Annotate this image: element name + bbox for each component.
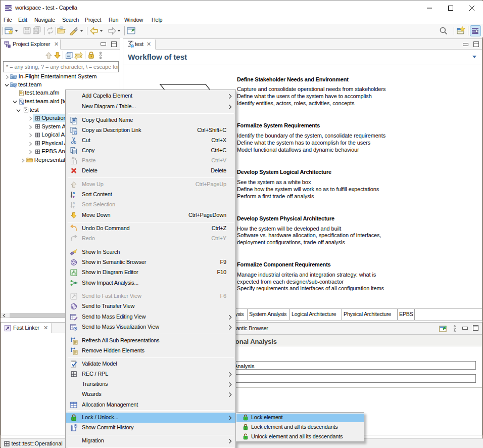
svg-text:0: 0: [131, 44, 133, 48]
svg-text:z: z: [73, 205, 75, 209]
svg-text:z: z: [73, 195, 75, 199]
